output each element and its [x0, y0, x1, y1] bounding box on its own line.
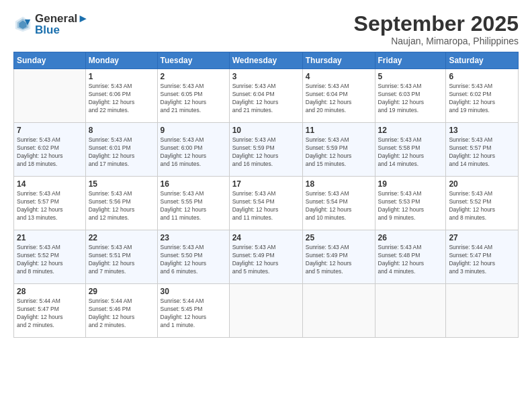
day-info: Sunrise: 5:43 AM Sunset: 5:54 PM Dayligh…: [232, 190, 300, 222]
calendar-cell: 19Sunrise: 5:43 AM Sunset: 5:53 PM Dayli…: [375, 177, 446, 230]
calendar-cell: 11Sunrise: 5:43 AM Sunset: 5:59 PM Dayli…: [302, 123, 375, 177]
day-number: 26: [378, 233, 443, 242]
day-info: Sunrise: 5:43 AM Sunset: 6:00 PM Dayligh…: [161, 136, 226, 169]
day-number: 12: [378, 126, 443, 135]
page-header: General► Blue September 2025 Naujan, Mim…: [13, 12, 519, 46]
calendar-cell: [302, 284, 375, 338]
day-number: 15: [89, 179, 154, 189]
day-number: 18: [306, 179, 372, 189]
calendar-table: SundayMondayTuesdayWednesdayThursdayFrid…: [13, 52, 519, 338]
day-number: 7: [17, 126, 83, 135]
day-info: Sunrise: 5:43 AM Sunset: 6:03 PM Dayligh…: [378, 83, 443, 115]
day-number: 28: [17, 287, 83, 296]
day-info: Sunrise: 5:43 AM Sunset: 6:04 PM Dayligh…: [232, 83, 300, 115]
day-number: 17: [232, 179, 300, 189]
day-number: 11: [306, 126, 372, 135]
day-number: 4: [306, 72, 372, 81]
calendar-cell: [375, 284, 446, 338]
day-info: Sunrise: 5:43 AM Sunset: 6:02 PM Dayligh…: [17, 136, 83, 169]
calendar-cell: 16Sunrise: 5:43 AM Sunset: 5:55 PM Dayli…: [157, 177, 229, 230]
day-info: Sunrise: 5:43 AM Sunset: 5:59 PM Dayligh…: [232, 136, 300, 169]
calendar-cell: 9Sunrise: 5:43 AM Sunset: 6:00 PM Daylig…: [157, 123, 229, 177]
day-number: 10: [232, 126, 300, 135]
weekday-header: Saturday: [446, 52, 519, 69]
day-number: 14: [17, 179, 83, 189]
calendar-cell: 8Sunrise: 5:43 AM Sunset: 6:01 PM Daylig…: [85, 123, 157, 177]
day-info: Sunrise: 5:43 AM Sunset: 5:48 PM Dayligh…: [378, 244, 443, 276]
calendar-cell: 22Sunrise: 5:43 AM Sunset: 5:51 PM Dayli…: [85, 230, 157, 284]
day-info: Sunrise: 5:43 AM Sunset: 5:56 PM Dayligh…: [89, 190, 154, 222]
logo-icon: [13, 15, 32, 34]
day-info: Sunrise: 5:44 AM Sunset: 5:47 PM Dayligh…: [17, 298, 83, 330]
day-info: Sunrise: 5:43 AM Sunset: 5:58 PM Dayligh…: [378, 136, 443, 169]
day-number: 16: [161, 179, 226, 189]
day-info: Sunrise: 5:43 AM Sunset: 5:52 PM Dayligh…: [17, 244, 83, 276]
calendar-week-row: 7Sunrise: 5:43 AM Sunset: 6:02 PM Daylig…: [14, 123, 519, 177]
day-number: 25: [306, 233, 372, 242]
calendar-cell: 12Sunrise: 5:43 AM Sunset: 5:58 PM Dayli…: [375, 123, 446, 177]
calendar-week-row: 14Sunrise: 5:43 AM Sunset: 5:57 PM Dayli…: [14, 177, 519, 230]
calendar-cell: 15Sunrise: 5:43 AM Sunset: 5:56 PM Dayli…: [85, 177, 157, 230]
calendar-cell: 13Sunrise: 5:43 AM Sunset: 5:57 PM Dayli…: [446, 123, 519, 177]
calendar-week-row: 28Sunrise: 5:44 AM Sunset: 5:47 PM Dayli…: [14, 284, 519, 338]
day-number: 24: [232, 233, 300, 242]
day-number: 23: [161, 233, 226, 242]
day-info: Sunrise: 5:43 AM Sunset: 6:06 PM Dayligh…: [89, 83, 154, 115]
day-number: 9: [161, 126, 226, 135]
day-info: Sunrise: 5:43 AM Sunset: 5:49 PM Dayligh…: [232, 244, 300, 276]
weekday-header: Sunday: [14, 52, 86, 69]
day-info: Sunrise: 5:43 AM Sunset: 5:49 PM Dayligh…: [306, 244, 372, 276]
day-info: Sunrise: 5:43 AM Sunset: 5:54 PM Dayligh…: [306, 190, 372, 222]
day-number: 13: [449, 126, 515, 135]
weekday-header: Monday: [85, 52, 157, 69]
calendar-cell: 26Sunrise: 5:43 AM Sunset: 5:48 PM Dayli…: [375, 230, 446, 284]
calendar-cell: 14Sunrise: 5:43 AM Sunset: 5:57 PM Dayli…: [14, 177, 86, 230]
day-info: Sunrise: 5:44 AM Sunset: 5:45 PM Dayligh…: [161, 298, 226, 330]
calendar-cell: 18Sunrise: 5:43 AM Sunset: 5:54 PM Dayli…: [302, 177, 375, 230]
calendar-cell: 29Sunrise: 5:44 AM Sunset: 5:46 PM Dayli…: [85, 284, 157, 338]
calendar-cell: 5Sunrise: 5:43 AM Sunset: 6:03 PM Daylig…: [375, 69, 446, 123]
day-info: Sunrise: 5:43 AM Sunset: 5:59 PM Dayligh…: [306, 136, 372, 169]
day-info: Sunrise: 5:43 AM Sunset: 5:51 PM Dayligh…: [89, 244, 154, 276]
calendar-cell: 23Sunrise: 5:43 AM Sunset: 5:50 PM Dayli…: [157, 230, 229, 284]
weekday-header-row: SundayMondayTuesdayWednesdayThursdayFrid…: [14, 52, 519, 69]
day-number: 8: [89, 126, 154, 135]
calendar-week-row: 1Sunrise: 5:43 AM Sunset: 6:06 PM Daylig…: [14, 69, 519, 123]
day-number: 1: [89, 72, 154, 81]
day-number: 27: [449, 233, 515, 242]
calendar-cell: 7Sunrise: 5:43 AM Sunset: 6:02 PM Daylig…: [14, 123, 86, 177]
day-info: Sunrise: 5:43 AM Sunset: 5:52 PM Dayligh…: [449, 190, 515, 222]
day-number: 5: [378, 72, 443, 81]
day-info: Sunrise: 5:43 AM Sunset: 6:02 PM Dayligh…: [449, 83, 515, 115]
calendar-cell: 4Sunrise: 5:43 AM Sunset: 6:04 PM Daylig…: [302, 69, 375, 123]
day-info: Sunrise: 5:44 AM Sunset: 5:47 PM Dayligh…: [449, 244, 515, 276]
day-number: 2: [161, 72, 226, 81]
weekday-header: Friday: [375, 52, 446, 69]
day-info: Sunrise: 5:43 AM Sunset: 6:05 PM Dayligh…: [161, 83, 226, 115]
day-number: 29: [89, 287, 154, 296]
weekday-header: Thursday: [302, 52, 375, 69]
calendar-cell: 20Sunrise: 5:43 AM Sunset: 5:52 PM Dayli…: [446, 177, 519, 230]
day-info: Sunrise: 5:43 AM Sunset: 5:57 PM Dayligh…: [17, 190, 83, 222]
day-info: Sunrise: 5:43 AM Sunset: 5:55 PM Dayligh…: [161, 190, 226, 222]
calendar-cell: 1Sunrise: 5:43 AM Sunset: 6:06 PM Daylig…: [85, 69, 157, 123]
day-number: 20: [449, 179, 515, 189]
weekday-header: Wednesday: [229, 52, 302, 69]
weekday-header: Tuesday: [157, 52, 229, 69]
day-info: Sunrise: 5:43 AM Sunset: 5:50 PM Dayligh…: [161, 244, 226, 276]
calendar-cell: [229, 284, 302, 338]
day-number: 3: [232, 72, 300, 81]
calendar-cell: 25Sunrise: 5:43 AM Sunset: 5:49 PM Dayli…: [302, 230, 375, 284]
logo: General► Blue: [13, 12, 89, 36]
location: Naujan, Mimaropa, Philippines: [354, 36, 519, 46]
month-title: September 2025: [354, 12, 519, 36]
calendar-cell: 30Sunrise: 5:44 AM Sunset: 5:45 PM Dayli…: [157, 284, 229, 338]
day-info: Sunrise: 5:43 AM Sunset: 6:01 PM Dayligh…: [89, 136, 154, 169]
day-number: 6: [449, 72, 515, 81]
day-number: 22: [89, 233, 154, 242]
calendar-cell: [446, 284, 519, 338]
day-info: Sunrise: 5:43 AM Sunset: 6:04 PM Dayligh…: [306, 83, 372, 115]
calendar-cell: 2Sunrise: 5:43 AM Sunset: 6:05 PM Daylig…: [157, 69, 229, 123]
title-block: September 2025 Naujan, Mimaropa, Philipp…: [354, 12, 519, 46]
calendar-cell: 17Sunrise: 5:43 AM Sunset: 5:54 PM Dayli…: [229, 177, 302, 230]
